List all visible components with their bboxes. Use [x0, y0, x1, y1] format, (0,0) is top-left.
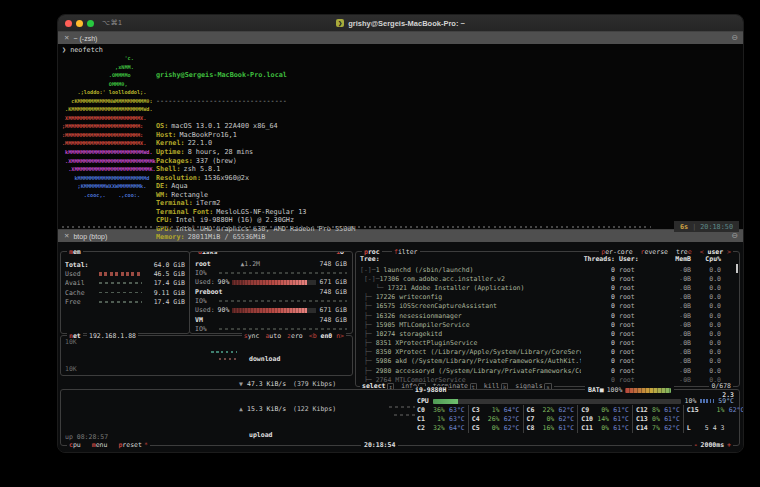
terminal-pane-top[interactable]: ❯ neofetch 'c. ,xNMM. .OMMMMo OMMM0, .;l…	[58, 44, 743, 229]
header-threads[interactable]: Threads:	[581, 255, 615, 263]
close-tab-icon[interactable]: ✕	[64, 34, 69, 42]
titlebar[interactable]: ⌥⌘1 ❯ grishy@Sergeis-MacBook-Pro: ~	[58, 15, 743, 31]
process-row[interactable]: ├─ 16575 iOSScreenCaptureAssistant 0 roo…	[360, 302, 735, 311]
menu-item[interactable]: menu	[92, 441, 110, 449]
neofetch-info-row: Resolution:1536x960@2x	[156, 174, 355, 183]
process-row[interactable]: ├─ 15905 MTLCompilerService 0 root 0B 0.…	[360, 320, 735, 329]
cpu-total-percent: 10%	[685, 397, 697, 405]
core-label: C3	[472, 406, 488, 414]
info-label: Kernel:	[156, 139, 185, 147]
process-user: root	[615, 376, 651, 384]
tree-branch: ├─	[360, 302, 376, 310]
process-user: root	[615, 275, 651, 283]
process-threads: 0	[581, 321, 615, 329]
memory-row: Free 17.4 GiB	[65, 297, 185, 306]
close-window-button[interactable]	[65, 20, 72, 27]
process-row[interactable]: ├─ 8350 XProtect (/Library/Apple/System/…	[360, 348, 735, 357]
disks-io-tab[interactable]: io	[334, 251, 346, 256]
process-memory: 0B	[651, 367, 691, 375]
process-row[interactable]: ├─ 17226 writeconfig 0 root 0B 0.0	[360, 293, 735, 302]
disk-entries: root▲1.2M748 GiB IO% Used:90%671 GiB Pre…	[195, 259, 347, 334]
process-threads: 0	[581, 284, 615, 292]
prompt-symbol: ❯	[62, 46, 66, 54]
process-cpu: 0.0	[691, 348, 721, 356]
process-row[interactable]: [-]─17306 com.adobe.acc.installer.v2 0 r…	[360, 274, 735, 283]
neofetch-info-row: Uptime:8 hours, 28 mins	[156, 148, 355, 157]
cpu-core-cell: C10 14% 61°C	[577, 414, 632, 423]
process-row[interactable]: ├─ 8351 XProtectPluginService 0 root 0B …	[360, 339, 735, 348]
terminal-pane-btop[interactable]: mem Total: 64.0 GiB Used 46.5 GiB Avail …	[58, 242, 743, 453]
header-memb[interactable]: MemB	[651, 255, 691, 263]
disks-box-title[interactable]: disks	[196, 251, 220, 256]
neofetch-info-row: Terminal:iTerm2	[156, 199, 355, 208]
download-label: download	[239, 355, 280, 363]
battery-percent: 100%	[607, 386, 623, 394]
process-user: root	[615, 330, 651, 338]
process-threads: 0	[581, 376, 615, 384]
separator-dots	[62, 226, 651, 228]
tree-branch: [-]─	[360, 266, 376, 274]
disk-name: root	[195, 260, 211, 268]
process-threads: 0	[581, 339, 615, 347]
process-memory: 0B	[651, 312, 691, 320]
cpu-graph-trace	[389, 406, 415, 408]
process-name: 17226 writeconfig	[376, 293, 443, 301]
ascii-art-line: .XMMMMMMMMMMMMMMMMMMMMMMMMMMk	[62, 157, 153, 166]
minimize-window-button[interactable]	[76, 20, 83, 27]
core-label: C8	[527, 424, 543, 432]
process-threads: 0	[581, 266, 615, 274]
battery-status: BAT■100%	[585, 386, 674, 394]
process-row[interactable]: ├─ 2980 accessoryd (/System/Library/Priv…	[360, 366, 735, 375]
memory-label: Total:	[65, 261, 99, 269]
info-label: Resolution:	[156, 174, 201, 182]
cpu-usage-meter	[433, 399, 681, 404]
core-temp: 62°C	[554, 415, 574, 423]
neofetch-info-row: Packages:337 (brew)	[156, 157, 355, 166]
tab-label-zsh[interactable]: ~ (-zsh)	[73, 35, 97, 42]
menu-item[interactable]: preset*	[118, 441, 147, 449]
mem-box-title[interactable]: mem	[67, 248, 83, 256]
menu-item[interactable]: cpu	[69, 441, 83, 449]
proc-scrollbar-thumb[interactable]	[736, 264, 739, 273]
disk-used-label: Used:	[195, 306, 215, 314]
net-scale-top: 10K	[65, 338, 77, 346]
window-title-area: ❯ grishy@Sergeis-MacBook-Pro: ~	[58, 15, 743, 31]
process-memory: 0B	[651, 339, 691, 347]
tree-branch: ├─	[360, 293, 376, 301]
decrease-ms-button[interactable]: -	[694, 441, 698, 449]
core-percent: 36%	[433, 406, 445, 414]
disk-io-graph	[219, 300, 347, 302]
process-row[interactable]: ├─ 10274 storagekitd 0 root 0B 0.0	[360, 329, 735, 338]
process-row[interactable]: ├─ 16326 nesessionmanager 0 root 0B 0.0	[360, 311, 735, 320]
info-value: 8 hours, 28 mins	[188, 148, 253, 156]
header-tree[interactable]: Tree:	[360, 255, 581, 263]
core-percent: 16%	[543, 424, 555, 432]
process-cpu: 0.0	[691, 339, 721, 347]
process-row[interactable]: ├─ 5986 akd (/System/Library/PrivateFram…	[360, 357, 735, 366]
btop-bottom-menu: cpumenupreset*	[67, 441, 150, 449]
terminal-app-icon: ❯	[336, 19, 344, 27]
disk-used-meter	[232, 280, 315, 285]
process-user: root	[615, 284, 651, 292]
info-label: Shell:	[156, 165, 181, 173]
header-user[interactable]: User:	[615, 255, 651, 263]
core-temp: 62°C	[724, 406, 744, 414]
fullscreen-window-button[interactable]	[87, 20, 94, 27]
process-cpu: 0.0	[691, 284, 721, 292]
process-cpu: 0.0	[691, 293, 721, 301]
core-label: C9	[581, 406, 597, 414]
core-percent: 0%	[597, 406, 609, 414]
ascii-art-line: .MMMMMMMMMMMMMMMMMMMMMMMMX.	[62, 139, 153, 148]
info-value: iTerm2	[196, 199, 221, 207]
ascii-art-line: cKMMMMMMMMMMNWMMMMMMMMMM0:	[62, 97, 153, 106]
info-label: Packages:	[156, 157, 193, 165]
process-cpu: 0.0	[691, 321, 721, 329]
process-row[interactable]: └─ 17321 Adobe Installer (Application) 0…	[360, 283, 735, 292]
increase-ms-button[interactable]: +	[727, 441, 731, 449]
neofetch-info-row: WM:Rectangle	[156, 191, 355, 200]
header-cpu[interactable]: Cpu%	[691, 255, 721, 263]
disk-size: 748 GiB	[320, 288, 347, 296]
memory-meter	[99, 292, 142, 294]
process-row[interactable]: [-]─1 launchd (/sbin/launchd) 0 root 0B …	[360, 265, 735, 274]
process-cpu: 0.0	[691, 275, 721, 283]
